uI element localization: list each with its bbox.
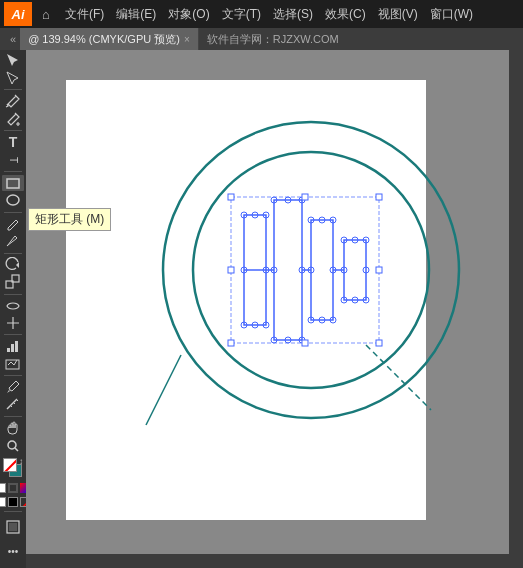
svg-rect-56 [228,194,234,200]
toolbar: T T [0,50,26,568]
svg-rect-13 [9,523,17,531]
separator-4 [4,212,22,213]
tab-collapse-btn[interactable]: « [6,33,20,45]
svg-rect-5 [7,348,10,352]
svg-point-1 [7,195,19,205]
width-tool-btn[interactable] [2,315,24,332]
svg-rect-58 [228,340,234,346]
type-icon: T [9,134,18,150]
menu-select[interactable]: 选择(S) [268,4,318,25]
direct-selection-tool-btn[interactable] [2,70,24,87]
warp-tool-btn[interactable] [2,297,24,314]
vertical-type-tool-btn[interactable]: T [2,151,24,168]
type-tool-btn[interactable]: T [2,134,24,151]
black-swatch[interactable] [8,497,18,507]
hand-tool-btn[interactable] [2,420,24,437]
menu-file[interactable]: 文件(F) [60,4,109,25]
separator-5 [4,253,22,254]
svg-rect-6 [11,344,14,352]
canvas-svg [26,50,523,568]
white-swatch[interactable] [0,497,6,507]
chart-tool-btn[interactable] [2,356,24,373]
svg-rect-62 [228,267,234,273]
separator-8 [4,375,22,376]
scale-tool-btn[interactable] [2,274,24,291]
add-anchor-tool-btn[interactable] [2,110,24,127]
color-swatch-stack[interactable]: ↕ [2,457,24,479]
separator-7 [4,334,22,335]
graph-tool-btn[interactable] [2,338,24,355]
svg-marker-2 [16,262,19,268]
separator-2 [4,130,22,131]
svg-rect-61 [302,340,308,346]
svg-rect-57 [376,194,382,200]
eyedropper-tool-btn[interactable] [2,379,24,396]
svg-rect-59 [376,340,382,346]
ellipsis-icon: ••• [8,546,19,557]
separator-6 [4,294,22,295]
ai-logo: Ai [4,2,32,26]
selection-tool-btn[interactable] [2,52,24,69]
ellipse-tool-btn[interactable] [2,192,24,209]
menu-edit[interactable]: 编辑(E) [111,4,161,25]
pencil-tool-btn[interactable] [2,216,24,233]
separator-bottom [4,511,22,512]
screen-mode-btn[interactable] [2,516,24,538]
menu-window[interactable]: 窗口(W) [425,4,478,25]
separator-1 [4,89,22,90]
svg-line-65 [146,355,181,425]
menu-bar: 文件(F) 编辑(E) 对象(O) 文字(T) 选择(S) 效果(C) 视图(V… [60,4,519,25]
home-icon[interactable]: ⌂ [36,4,56,24]
stroke-icon[interactable] [8,483,18,493]
zoom-tool-btn[interactable] [2,437,24,454]
vertical-type-icon: T [8,157,19,163]
rotate-tool-btn[interactable] [2,256,24,273]
fill-none-icon[interactable] [0,483,6,493]
more-tools-btn[interactable]: ••• [2,540,24,562]
tab-bar: « @ 139.94% (CMYK/GPU 预览) × 软件自学网：RJZXW.… [0,28,523,50]
tab-label: @ 139.94% (CMYK/GPU 预览) [28,32,180,47]
menu-view[interactable]: 视图(V) [373,4,423,25]
brush-tool-btn[interactable] [2,233,24,250]
rectangle-tool-btn[interactable] [2,175,24,192]
main-layout: T T [0,50,523,568]
svg-rect-7 [15,341,18,352]
svg-rect-25 [274,200,302,340]
menu-object[interactable]: 对象(O) [163,4,214,25]
pen-tool-btn[interactable] [2,93,24,110]
svg-rect-0 [7,179,19,188]
svg-rect-63 [376,267,382,273]
svg-rect-60 [302,194,308,200]
canvas-area[interactable] [26,50,523,568]
title-bar: Ai ⌂ 文件(F) 编辑(E) 对象(O) 文字(T) 选择(S) 效果(C)… [0,0,523,28]
separator-3 [4,171,22,172]
svg-line-10 [4,459,17,472]
separator-9 [4,416,22,417]
tab-close-btn[interactable]: × [184,34,190,45]
menu-text[interactable]: 文字(T) [217,4,266,25]
foreground-color-swatch[interactable] [3,458,17,472]
menu-effect[interactable]: 效果(C) [320,4,371,25]
vertical-scrollbar[interactable] [509,50,523,554]
horizontal-scrollbar[interactable] [26,554,523,568]
svg-point-9 [8,441,16,449]
document-tab[interactable]: @ 139.94% (CMYK/GPU 预览) × [20,28,199,50]
svg-line-64 [366,345,431,410]
measure-tool-btn[interactable] [2,397,24,414]
site-label: 软件自学网：RJZXW.COM [199,32,347,47]
